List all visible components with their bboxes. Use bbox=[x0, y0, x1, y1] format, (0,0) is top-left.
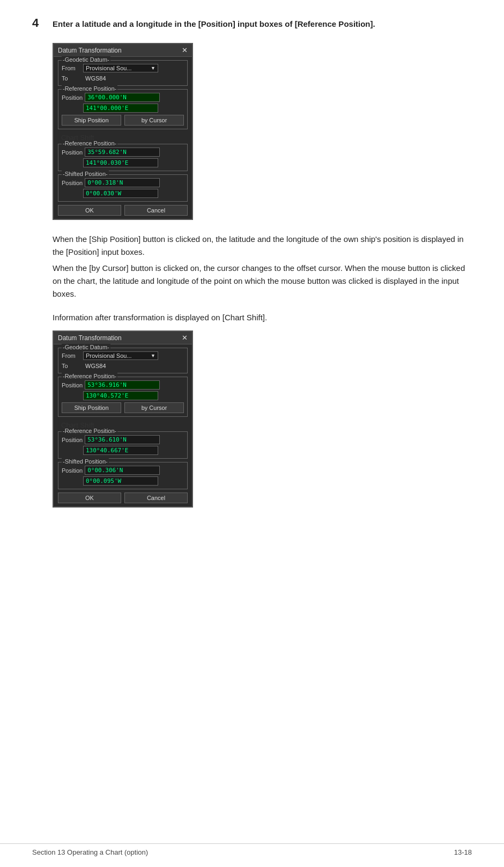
from-value-1: Provisional Sou... bbox=[86, 65, 132, 71]
position2-lat-input-1: 35°59.682'N bbox=[85, 148, 160, 157]
position2-lon-input-2: 130°40.667'E bbox=[83, 446, 158, 455]
ok-cancel-pair-1: OK Cancel bbox=[58, 205, 188, 216]
ref-position-group-2: -Reference Position- Position 53°36.916'… bbox=[58, 377, 188, 417]
from-label-2: From bbox=[62, 352, 81, 359]
position-label-2: Position bbox=[62, 382, 83, 388]
position2-lon-row-1: 141°00.030'E bbox=[83, 158, 184, 167]
dialog-close-2[interactable]: ✕ bbox=[182, 334, 188, 342]
dialog-title-2: Datum Transformation bbox=[58, 334, 122, 342]
body-text-3-block: Information after transformation is disp… bbox=[53, 311, 472, 324]
dialog-body-2: -Geodetic Datum- From Provisional Sou...… bbox=[54, 344, 192, 506]
position3-lat-input-1: 0°00.318'N bbox=[85, 178, 160, 187]
footer-page: 13-18 bbox=[454, 848, 472, 856]
position-lon-input-2[interactable]: 130°40.572'E bbox=[83, 391, 158, 400]
from-row-2: From Provisional Sou... ▼ bbox=[62, 351, 184, 360]
position-btn-pair-2: Ship Position by Cursor bbox=[62, 402, 184, 413]
to-value-2: WGS84 bbox=[83, 362, 108, 370]
position-label-1: Position bbox=[62, 94, 83, 101]
ship-position-btn-1[interactable]: Ship Position bbox=[62, 115, 121, 126]
position3-lat-input-2: 0°00.306'N bbox=[85, 466, 160, 475]
from-arrow-1: ▼ bbox=[151, 65, 155, 71]
body-text-block: When the [Ship Position] button is click… bbox=[53, 233, 472, 300]
geodetic-datum-group-1: -Geodetic Datum- From Provisional Sou...… bbox=[58, 60, 188, 86]
step-header: 4 Enter a latitude and a longitude in th… bbox=[32, 16, 472, 30]
ok-cancel-pair-2: OK Cancel bbox=[58, 493, 188, 503]
body-text-2: When the [by Cursor] button is clicked o… bbox=[53, 262, 472, 300]
to-row-1: To WGS84 bbox=[62, 75, 184, 82]
position3-lon-input-1: 0°00.030'W bbox=[83, 189, 158, 198]
from-dropdown-2[interactable]: Provisional Sou... ▼ bbox=[83, 351, 158, 360]
dialog-container-2: Datum Transformation ✕ -Geodetic Datum- … bbox=[53, 330, 472, 508]
geodetic-datum-label-2: -Geodetic Datum- bbox=[62, 344, 110, 350]
position-lon-row-1: 141°00.000'E bbox=[83, 104, 184, 113]
dialog-window-1: Datum Transformation ✕ -Geodetic Datum- … bbox=[53, 43, 193, 220]
ref-position-label-2: -Reference Position- bbox=[62, 373, 117, 379]
position-row-1: Position 36°00.000'N bbox=[62, 93, 184, 102]
position-btn-pair-1: Ship Position by Cursor bbox=[62, 115, 184, 126]
cancel-btn-1[interactable]: Cancel bbox=[124, 205, 188, 216]
position3-row-2: Position 0°00.306'N bbox=[62, 466, 184, 475]
dialog-titlebar-1: Datum Transformation ✕ bbox=[54, 44, 192, 57]
position3-lon-input-2: 0°00.095'W bbox=[83, 476, 158, 486]
position-lon-row-2: 130°40.572'E bbox=[83, 391, 184, 400]
from-row-1: From Provisional Sou... ▼ bbox=[62, 64, 184, 72]
position3-label-1: Position bbox=[62, 180, 83, 186]
ref-position-label-1: -Reference Position- bbox=[62, 85, 117, 92]
dialog-close-1[interactable]: ✕ bbox=[182, 46, 188, 54]
position-row-2: Position 53°36.916'N bbox=[62, 380, 184, 390]
step-number: 4 bbox=[32, 16, 43, 30]
geodetic-datum-group-2: -Geodetic Datum- From Provisional Sou...… bbox=[58, 348, 188, 373]
page-content: 4 Enter a latitude and a longitude in th… bbox=[0, 0, 504, 553]
body-text-3: Information after transformation is disp… bbox=[53, 311, 472, 324]
shifted-position-label-1: -Shifted Position- bbox=[62, 171, 109, 177]
by-cursor-btn-1[interactable]: by Cursor bbox=[124, 115, 184, 126]
from-value-2: Provisional Sou... bbox=[86, 352, 132, 359]
position2-lon-row-2: 130°40.667'E bbox=[83, 446, 184, 455]
position3-label-2: Position bbox=[62, 467, 83, 474]
shifted-position-group-1: -Shifted Position- Position 0°00.318'N 0… bbox=[58, 174, 188, 202]
ref-position2-group-2: -Reference Position- Position 53°36.610'… bbox=[58, 431, 188, 459]
to-row-2: To WGS84 bbox=[62, 362, 184, 370]
from-arrow-2: ▼ bbox=[151, 353, 155, 358]
shifted-position-label-2: -Shifted Position- bbox=[62, 458, 109, 465]
geodetic-datum-label-1: -Geodetic Datum- bbox=[62, 56, 110, 63]
dialog-title-1: Datum Transformation bbox=[58, 47, 122, 54]
position-lon-input-1[interactable]: 141°00.000'E bbox=[83, 104, 158, 113]
position2-row-2: Position 53°36.610'N bbox=[62, 435, 184, 444]
dialog-body-1: -Geodetic Datum- From Provisional Sou...… bbox=[54, 57, 192, 219]
ship-position-btn-2[interactable]: Ship Position bbox=[62, 402, 121, 413]
position2-label-1: Position bbox=[62, 149, 83, 156]
to-label-2: To bbox=[62, 363, 81, 369]
ref-position2-group-1: -Reference Position- Position 35°59.682'… bbox=[58, 144, 188, 171]
position3-lon-row-2: 0°00.095'W bbox=[83, 476, 184, 486]
ref-position2-label-1: -Reference Position- bbox=[62, 140, 117, 146]
from-label-1: From bbox=[62, 65, 81, 71]
ref-position-group-1: -Reference Position- Position 36°00.000'… bbox=[58, 89, 188, 129]
position-lat-input-2[interactable]: 53°36.916'N bbox=[85, 380, 160, 390]
shifted-position-group-2: -Shifted Position- Position 0°00.306'N 0… bbox=[58, 462, 188, 489]
position-lat-input-1[interactable]: 36°00.000'N bbox=[85, 93, 160, 102]
from-dropdown-1[interactable]: Provisional Sou... ▼ bbox=[83, 64, 158, 72]
dialog-container-1: Datum Transformation ✕ -Geodetic Datum- … bbox=[53, 43, 472, 220]
dialog-titlebar-2: Datum Transformation ✕ bbox=[54, 332, 192, 344]
to-label-1: To bbox=[62, 75, 81, 82]
page-footer: Section 13 Operating a Chart (option) 13… bbox=[0, 843, 504, 856]
position3-lon-row-1: 0°00.030'W bbox=[83, 189, 184, 198]
cancel-btn-2[interactable]: Cancel bbox=[124, 493, 188, 503]
by-cursor-btn-2[interactable]: by Cursor bbox=[124, 402, 184, 413]
dialog-window-2: Datum Transformation ✕ -Geodetic Datum- … bbox=[53, 330, 193, 508]
ref-position2-label-2: -Reference Position- bbox=[62, 428, 117, 434]
to-value-1: WGS84 bbox=[83, 75, 108, 82]
position2-row-1: Position 35°59.682'N bbox=[62, 148, 184, 157]
ok-btn-1[interactable]: OK bbox=[58, 205, 121, 216]
position2-lon-input-1: 141°00.030'E bbox=[83, 158, 158, 167]
footer-section: Section 13 Operating a Chart (option) bbox=[32, 848, 148, 856]
step-text: Enter a latitude and a longitude in the … bbox=[53, 19, 375, 28]
body-text-1: When the [Ship Position] button is click… bbox=[53, 233, 472, 259]
ok-btn-2[interactable]: OK bbox=[58, 493, 121, 503]
position2-label-2: Position bbox=[62, 437, 83, 443]
position2-lat-input-2: 53°36.610'N bbox=[85, 435, 160, 444]
position3-row-1: Position 0°00.318'N bbox=[62, 178, 184, 187]
